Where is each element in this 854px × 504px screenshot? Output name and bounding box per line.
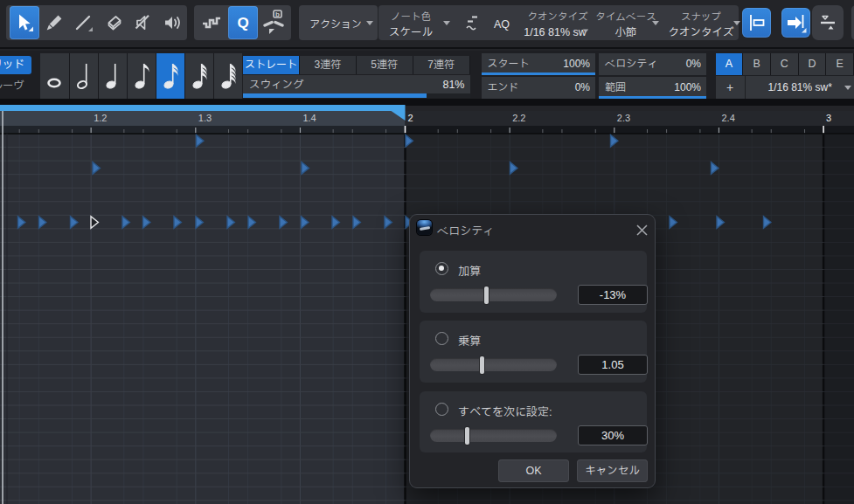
note-value-1-64[interactable]	[213, 53, 242, 100]
snap-chevron-icon[interactable]	[733, 21, 740, 25]
radio-label-0: 加算	[458, 263, 481, 280]
paint-tool-button[interactable]	[39, 6, 69, 39]
note-value-1-4[interactable]	[98, 53, 127, 100]
ruler-label-1.3: 1.3	[198, 113, 212, 123]
value-box-2[interactable]: 30%	[578, 425, 648, 445]
slider-handle-1[interactable]	[480, 356, 484, 374]
feel-tab-1[interactable]: 3連符	[300, 56, 357, 74]
line-tool-button[interactable]	[69, 6, 99, 39]
ruler-tick-strip	[0, 126, 854, 134]
timebase-label: タイムベース	[595, 10, 656, 24]
slider-0[interactable]	[430, 288, 557, 301]
preset-tab-A[interactable]: A	[716, 53, 744, 75]
dialog-title: ベロシティ	[437, 223, 494, 240]
field-start[interactable]: スタート 100%	[482, 53, 596, 75]
settings-items: ノート色 スケール AQ クオンタイズ 1/16 81% sw タイムベース 小…	[378, 5, 739, 40]
snap-to-grid-icon	[747, 14, 767, 31]
timebase-value[interactable]: 小節	[614, 24, 636, 41]
mute-tool-button[interactable]	[128, 6, 158, 39]
note-color-label: ノート色	[391, 10, 431, 24]
ruler-label-2.2: 2.2	[512, 113, 525, 123]
note-color-value[interactable]: スケール	[389, 24, 433, 41]
quantize-value[interactable]: 1/16 81% sw	[524, 24, 587, 41]
eraser-tool-button[interactable]	[99, 6, 128, 39]
note-value-buttons	[40, 53, 242, 100]
snap-note-end-icon	[786, 12, 807, 33]
ruler-label-2.3: 2.3	[617, 113, 630, 123]
cancel-button[interactable]: キャンセル	[577, 459, 648, 482]
listen-tool-button[interactable]	[158, 6, 187, 39]
note-bend-button[interactable]: b	[260, 6, 289, 39]
value-box-1[interactable]: 1.05	[578, 355, 648, 375]
ruler-label-1.2: 1.2	[94, 113, 107, 123]
velocity-pattern-button[interactable]	[198, 6, 226, 39]
slider-handle-0[interactable]	[484, 287, 489, 304]
snap-note-end-button[interactable]	[781, 8, 810, 38]
timebase-chevron-icon[interactable]	[652, 21, 659, 25]
note-1-2-icon	[73, 57, 94, 95]
quantize-label: クオンタイズ	[528, 10, 588, 24]
radio-label-1: 乗算	[458, 333, 481, 350]
preset-tab-C[interactable]: C	[771, 53, 799, 75]
quantize-chevron-icon[interactable]	[583, 30, 588, 33]
note-color-chevron-icon[interactable]	[443, 21, 450, 25]
arrow-tool-button[interactable]	[10, 6, 39, 39]
note-1-8-icon	[131, 57, 152, 95]
slider-2[interactable]	[430, 429, 557, 442]
vertical-spread-button[interactable]	[812, 5, 844, 40]
swing-slider[interactable]: スウィング 81%	[243, 75, 470, 98]
dash-wave-icon[interactable]	[465, 14, 483, 33]
radio-0[interactable]	[435, 262, 448, 275]
preset-tab-B[interactable]: B	[743, 53, 771, 75]
field-end[interactable]: エンド 0%	[482, 77, 596, 100]
preset-tab-D[interactable]: D	[799, 53, 827, 75]
feel-tabs: ストレート3連符5連符7連符	[243, 56, 470, 74]
velocity-zigzag-icon	[202, 16, 223, 30]
snap-to-grid-button[interactable]	[742, 8, 771, 38]
slider-handle-2[interactable]	[465, 427, 469, 445]
tab-groove[interactable]: グルーヴ	[0, 77, 31, 95]
dialog-close-button[interactable]	[635, 223, 649, 237]
ruler-label-3: 3	[826, 113, 831, 123]
snap-value[interactable]: クオンタイズ	[668, 24, 733, 41]
tab-grid[interactable]: グリッド	[0, 56, 31, 74]
note-1-64-icon	[218, 57, 239, 95]
note-value-1-1[interactable]	[40, 53, 69, 100]
quantize-q-icon: Q	[237, 12, 248, 34]
ok-button[interactable]: OK	[498, 459, 569, 482]
note-value-1-32[interactable]	[184, 53, 213, 100]
note-value-1-2[interactable]	[69, 53, 98, 100]
field-range[interactable]: 範囲 100%	[599, 77, 706, 100]
quantize-mode-button[interactable]: Q	[228, 6, 258, 39]
snap-label: スナップ	[681, 10, 721, 24]
add-preset-button[interactable]: +	[716, 76, 745, 99]
ruler-label-2: 2	[408, 113, 413, 123]
value-box-0[interactable]: -13%	[578, 285, 648, 305]
feel-tab-3[interactable]: 7連符	[413, 56, 470, 74]
note-value-1-16[interactable]	[156, 53, 184, 100]
toolbar: Q b アクション ノート色 スケール AQ クオンタイズ	[0, 0, 854, 49]
feel-tab-0[interactable]: ストレート	[243, 56, 300, 74]
aq-toggle[interactable]: AQ	[494, 17, 510, 33]
part-range-bar	[0, 105, 406, 111]
preset-tabs: ABCDE	[716, 53, 854, 75]
close-icon	[636, 224, 648, 236]
drum-editor-window: Q b アクション ノート色 スケール AQ クオンタイズ	[0, 0, 854, 504]
note-value-1-8[interactable]	[127, 53, 156, 100]
radio-2[interactable]	[435, 403, 448, 416]
preset-tab-E[interactable]: E	[826, 53, 854, 75]
field-velocity[interactable]: ベロシティ 0%	[599, 53, 706, 75]
paint-brush-icon	[45, 14, 63, 31]
slider-1[interactable]	[430, 358, 557, 371]
app-logo-icon	[417, 220, 432, 235]
chevron-down-icon	[366, 21, 373, 25]
note-1-16-icon	[160, 57, 181, 95]
quantize-panel: グリッド グルーヴ ストレート3連符5連符7連符 スウィング 81% スタート …	[0, 51, 854, 99]
action-button[interactable]: アクション	[299, 5, 378, 40]
velocity-dialog: ベロシティ 加算-13%乗算1.05すべてを次に設定:30% OK キャンセル	[409, 214, 656, 488]
dialog-section-2: すべてを次に設定:30%	[420, 391, 647, 452]
feel-tab-2[interactable]: 5連符	[357, 56, 413, 74]
preset-value[interactable]: 1/16 81% sw*	[746, 76, 854, 99]
radio-1[interactable]	[435, 332, 448, 345]
preset-chevron-icon[interactable]	[844, 86, 851, 90]
